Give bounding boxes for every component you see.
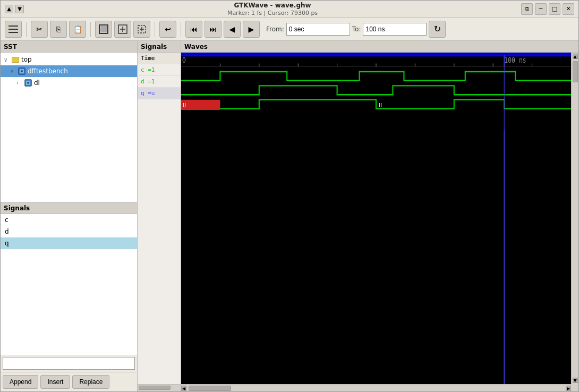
waveform-area[interactable]: 0 100 ns [181,53,571,384]
svg-rect-35 [181,66,571,130]
expand-icon-top: ∨ [4,57,10,63]
sst-header: SST [1,41,137,53]
cut-btn[interactable]: ✂ [31,21,48,38]
vscroll-track [573,59,578,378]
zoom-select-btn[interactable] [133,21,150,38]
svg-text:0: 0 [182,56,186,64]
chip-icon-dfftestbench [18,67,26,75]
tree-item-dl[interactable]: › dl [1,77,137,89]
signal-item-c[interactable]: c [1,214,137,226]
hscroll-right-btn[interactable]: ▶ [566,386,571,391]
hscroll-left-thumb[interactable] [139,386,171,390]
waves-header: Signals Waves [138,41,578,53]
signals-label: Signals [4,204,30,212]
sig-row-c: c =1 [138,64,181,76]
hscroll-left-btn[interactable]: ◀ [181,386,186,391]
sst-tree[interactable]: ∨ top ∨ [1,53,137,202]
sst-section: SST ∨ top ∨ [1,41,137,202]
replace-button[interactable]: Replace [72,375,109,389]
next-btn[interactable]: ▶ [243,21,260,38]
svg-rect-1 [8,29,18,30]
tree-label-dl: dl [34,79,40,87]
vscroll-down-btn[interactable]: ▼ [573,378,578,383]
to-input[interactable] [363,23,427,36]
waveform-svg: 0 100 ns [181,53,571,384]
paste-btn[interactable]: 📋 [69,21,86,38]
svg-rect-40 [181,53,571,55]
sig-row-time: Time [138,53,181,64]
signals-col-header: Signals [138,41,181,52]
waves-col-header: Waves [181,41,578,52]
signals-section: Signals c d q 🔍 [1,202,137,372]
tree-item-top[interactable]: ∨ top [1,54,137,65]
svg-rect-36 [181,100,220,110]
search-section: 🔍 [1,355,137,372]
signal-item-q[interactable]: q [1,237,137,249]
hscroll-track [186,386,566,391]
search-wrapper: 🔍 [3,357,135,370]
window-title: GTKWave - wave.ghw [234,2,311,9]
svg-point-13 [21,70,23,72]
from-input[interactable] [286,23,350,36]
waves-container: Signals Waves Time c =1 [138,41,578,391]
sep3 [155,22,155,37]
tree-item-dfftestbench[interactable]: ∨ dfftestbench [1,65,137,77]
window-subtitle: Marker: 1 fs | Cursor: 79300 ps [227,10,318,16]
hscroll-left-track[interactable] [138,385,181,391]
signal-label-q: q [5,240,9,247]
append-button[interactable]: Append [3,375,38,389]
vertical-scrollbar[interactable]: ▲ ▼ [571,53,578,384]
search-input[interactable] [3,357,135,370]
select-all-btn[interactable] [95,21,112,38]
go-start-btn[interactable]: ⏮ [185,21,202,38]
restore-btn[interactable]: ⧉ [521,3,533,15]
signals-header: Signals [1,202,137,214]
signal-label-d: d [5,228,9,235]
scroll-up-btn[interactable]: ▲ [5,5,13,13]
sig-label-time: Time [141,55,155,62]
svg-text:U: U [379,103,382,109]
sig-label-q: q =u [141,90,155,97]
bottom-row: ◀ ▶ [138,384,578,391]
sep4 [181,22,181,37]
svg-text:U: U [183,103,186,109]
signal-item-d[interactable]: d [1,226,137,237]
from-label: From: [266,25,284,33]
scroll-down-btn[interactable]: ▼ [15,5,24,13]
waves-body: Time c =1 d =1 q =u [138,53,578,384]
right-panel: Signals Waves Time c =1 [138,41,578,391]
minimize-btn[interactable]: ─ [535,3,547,15]
reload-btn[interactable]: ↻ [429,21,446,38]
zoom-fit-btn[interactable] [114,21,131,38]
insert-button[interactable]: Insert [40,375,70,389]
svg-rect-2 [8,32,18,33]
signals-list[interactable]: c d q [1,214,137,355]
sig-label-d: d =1 [141,78,155,85]
signal-label-c: c [5,216,8,224]
vscroll-up-btn[interactable]: ▲ [573,54,578,59]
left-panel: SST ∨ top ∨ [1,41,138,391]
to-label: To: [352,25,361,33]
hscroll-thumb[interactable] [189,386,231,391]
svg-text:100 ns: 100 ns [504,56,526,64]
expand-icon-dfftestbench: ∨ [10,69,16,74]
prev-btn[interactable]: ◀ [224,21,241,38]
sig-row-d: d =1 [138,76,181,88]
go-end-btn[interactable]: ⏭ [205,21,222,38]
maximize-btn[interactable]: □ [549,3,560,15]
menu-btn[interactable] [5,21,22,38]
tree-label-dfftestbench: dfftestbench [28,67,68,75]
signals-col-label: Signals [141,43,167,50]
sst-label: SST [4,43,17,50]
main-content: SST ∨ top ∨ [1,41,578,391]
title-bar-controls-right: ⧉ ─ □ ✕ [521,3,574,15]
copy-btn[interactable]: ⎘ [50,21,67,38]
close-btn[interactable]: ✕ [563,3,574,15]
undo-btn[interactable]: ↩ [159,21,176,38]
horizontal-scrollbar[interactable]: ◀ ▶ [181,384,571,391]
waves-col-label: Waves [184,43,208,50]
expand-icon-dl: › [16,80,23,86]
sep2 [90,22,91,37]
vscroll-thumb[interactable] [573,61,578,82]
svg-rect-4 [100,26,107,32]
